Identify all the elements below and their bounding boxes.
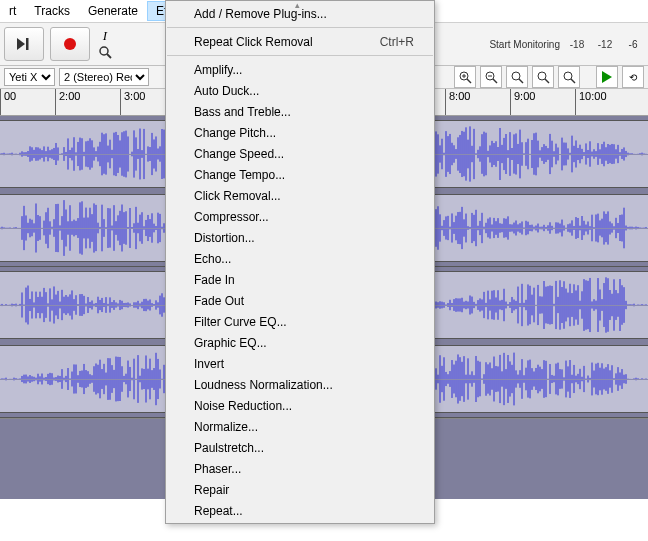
zoom-toggle-icon [563, 71, 576, 84]
menu-item-label: Repeat Click Removal [194, 35, 313, 49]
menu-item-effect-5[interactable]: Change Tempo... [166, 164, 434, 185]
meter-tick: -12 [594, 39, 616, 50]
menu-item-effect-18[interactable]: Paulstretch... [166, 437, 434, 458]
ruler-tick: 8:00 [445, 89, 470, 115]
skip-end-icon [16, 37, 32, 51]
svg-line-3 [107, 54, 111, 58]
ruler-tick: 10:00 [575, 89, 607, 115]
menu-item-effect-12[interactable]: Filter Curve EQ... [166, 311, 434, 332]
menu-item-effect-1[interactable]: Auto Duck... [166, 80, 434, 101]
menu-item-effect-6[interactable]: Click Removal... [166, 185, 434, 206]
svg-point-2 [100, 47, 108, 55]
menu-item-effect-10[interactable]: Fade In [166, 269, 434, 290]
menu-item-effect-0[interactable]: Amplify... [166, 59, 434, 80]
effect-menu-dropdown: ▴ Add / Remove Plug-ins... Repeat Click … [165, 0, 435, 524]
fit-project-button[interactable] [532, 66, 554, 88]
zoom-in-button[interactable] [454, 66, 476, 88]
menu-item-effect-16[interactable]: Noise Reduction... [166, 395, 434, 416]
svg-line-5 [467, 79, 471, 83]
zoom-out-icon [485, 71, 498, 84]
meter-label[interactable]: Start Monitoring [489, 39, 560, 50]
menu-item-repeat-last[interactable]: Repeat Click Removal Ctrl+R [166, 31, 434, 52]
input-device-select[interactable]: Yeti X [4, 68, 55, 86]
svg-point-13 [538, 72, 546, 80]
zoom-out-button[interactable] [480, 66, 502, 88]
skip-end-button[interactable] [4, 27, 44, 61]
magnifier-icon [99, 46, 112, 59]
menu-item-generate[interactable]: Generate [79, 1, 147, 21]
menu-item-effect-13[interactable]: Graphic EQ... [166, 332, 434, 353]
menu-item-shortcut: Ctrl+R [380, 35, 414, 49]
ruler-tick: 2:00 [55, 89, 80, 115]
menu-separator [167, 27, 433, 28]
menu-item-effect-9[interactable]: Echo... [166, 248, 434, 269]
meter-tick: -18 [566, 39, 588, 50]
zoom-toggle-button[interactable] [558, 66, 580, 88]
ruler-tick: 3:00 [120, 89, 145, 115]
menu-item-tracks[interactable]: Tracks [25, 1, 79, 21]
zoom-tool-button[interactable] [96, 45, 114, 59]
menu-item-rt[interactable]: rt [0, 1, 25, 21]
channels-select[interactable]: 2 (Stereo) Rec [59, 68, 149, 86]
play-icon [602, 71, 612, 83]
svg-point-1 [64, 38, 76, 50]
menu-item-effect-21[interactable]: Repeat... [166, 500, 434, 521]
tool-palette: I [96, 29, 114, 59]
fit-selection-button[interactable] [506, 66, 528, 88]
menu-item-effect-11[interactable]: Fade Out [166, 290, 434, 311]
record-button[interactable] [50, 27, 90, 61]
menu-item-add-remove-plugins[interactable]: Add / Remove Plug-ins... [166, 3, 434, 24]
loop-button[interactable]: ⟲ [622, 66, 644, 88]
svg-point-15 [564, 72, 572, 80]
selection-tool-button[interactable]: I [96, 29, 114, 43]
svg-line-14 [545, 79, 549, 83]
svg-point-11 [512, 72, 520, 80]
record-icon [62, 36, 78, 52]
menu-item-effect-7[interactable]: Compressor... [166, 206, 434, 227]
menu-item-effect-15[interactable]: Loudness Normalization... [166, 374, 434, 395]
menu-item-effect-3[interactable]: Change Pitch... [166, 122, 434, 143]
menu-item-effect-19[interactable]: Phaser... [166, 458, 434, 479]
menu-item-effect-8[interactable]: Distortion... [166, 227, 434, 248]
menu-item-effect-17[interactable]: Normalize... [166, 416, 434, 437]
svg-line-12 [519, 79, 523, 83]
svg-line-9 [493, 79, 497, 83]
meter-tick: -6 [622, 39, 644, 50]
ruler-tick: 00 [0, 89, 16, 115]
play-button[interactable] [596, 66, 618, 88]
menu-item-effect-2[interactable]: Bass and Treble... [166, 101, 434, 122]
svg-rect-0 [26, 38, 29, 50]
menu-separator [167, 55, 433, 56]
ruler-tick: 9:00 [510, 89, 535, 115]
zoom-in-icon [459, 71, 472, 84]
menu-item-effect-14[interactable]: Invert [166, 353, 434, 374]
svg-line-16 [571, 79, 575, 83]
fit-selection-icon [511, 71, 524, 84]
menu-item-effect-20[interactable]: Repair [166, 479, 434, 500]
fit-project-icon [537, 71, 550, 84]
menu-item-effect-4[interactable]: Change Speed... [166, 143, 434, 164]
